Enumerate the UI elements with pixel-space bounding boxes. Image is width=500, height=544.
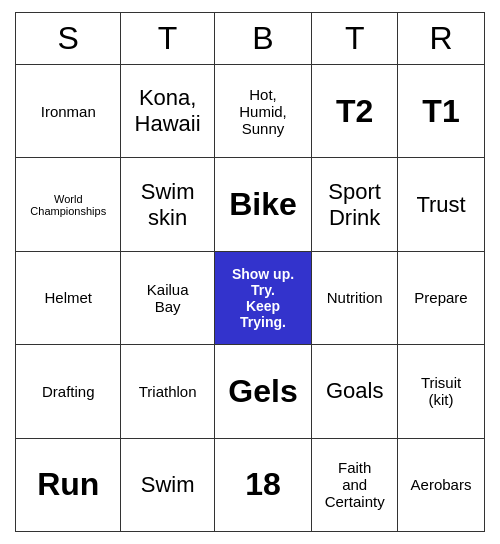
table-cell: T1 <box>398 65 485 158</box>
table-cell: Gels <box>214 345 311 438</box>
table-cell: Swim <box>121 438 214 531</box>
column-header: T <box>121 13 214 65</box>
table-row: IronmanKona, HawaiiHot, Humid, SunnyT2T1 <box>16 65 485 158</box>
table-cell: Kona, Hawaii <box>121 65 214 158</box>
table-row: RunSwim18Faith and CertaintyAerobars <box>16 438 485 531</box>
header-row: STBTR <box>16 13 485 65</box>
table-cell: Goals <box>312 345 398 438</box>
table-cell: 18 <box>214 438 311 531</box>
table-row: HelmetKailua BayShow up. Try. Keep Tryin… <box>16 251 485 344</box>
table-cell: Swim skin <box>121 158 214 251</box>
bingo-table: STBTR IronmanKona, HawaiiHot, Humid, Sun… <box>15 12 485 532</box>
table-cell: World Championships <box>16 158 121 251</box>
table-cell: Nutrition <box>312 251 398 344</box>
column-header: B <box>214 13 311 65</box>
table-cell: Bike <box>214 158 311 251</box>
table-cell: Aerobars <box>398 438 485 531</box>
table-cell: Helmet <box>16 251 121 344</box>
table-cell: Trisuit (kit) <box>398 345 485 438</box>
table-cell: Prepare <box>398 251 485 344</box>
table-cell: Kailua Bay <box>121 251 214 344</box>
table-cell: Trust <box>398 158 485 251</box>
table-cell: Drafting <box>16 345 121 438</box>
column-header: R <box>398 13 485 65</box>
table-cell: Hot, Humid, Sunny <box>214 65 311 158</box>
column-header: T <box>312 13 398 65</box>
table-cell: T2 <box>312 65 398 158</box>
table-cell: Run <box>16 438 121 531</box>
table-cell: Show up. Try. Keep Trying. <box>214 251 311 344</box>
bingo-card: STBTR IronmanKona, HawaiiHot, Humid, Sun… <box>15 12 485 532</box>
table-cell: Sport Drink <box>312 158 398 251</box>
table-cell: Triathlon <box>121 345 214 438</box>
table-cell: Faith and Certainty <box>312 438 398 531</box>
table-row: DraftingTriathlonGelsGoalsTrisuit (kit) <box>16 345 485 438</box>
table-cell: Ironman <box>16 65 121 158</box>
column-header: S <box>16 13 121 65</box>
table-row: World ChampionshipsSwim skinBikeSport Dr… <box>16 158 485 251</box>
